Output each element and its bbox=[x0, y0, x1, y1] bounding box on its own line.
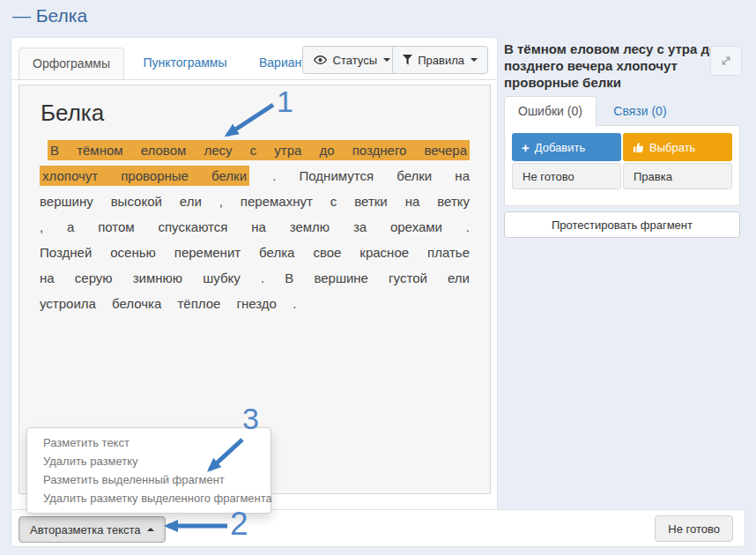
caret-down-icon bbox=[471, 58, 478, 62]
test-fragment-button[interactable]: Протестировать фрагмент bbox=[504, 211, 740, 238]
tab-orthograms[interactable]: Орфограммы bbox=[19, 48, 124, 79]
document-text: В тёмном еловом лесу с утра до позднего … bbox=[40, 137, 470, 316]
app-root: — Белка Орфограммы Пунктограммы Варианты… bbox=[0, 0, 756, 555]
plus-icon: + bbox=[522, 142, 530, 153]
rules-dropdown-button[interactable]: Правила bbox=[392, 46, 488, 74]
expand-icon bbox=[720, 55, 732, 67]
add-button[interactable]: + Добавить bbox=[512, 133, 621, 161]
automarkup-dropdown-button[interactable]: Авторазметка текста bbox=[19, 516, 166, 543]
add-button-label: Добавить bbox=[535, 141, 585, 154]
select-button[interactable]: Выбрать bbox=[623, 133, 732, 161]
select-button-label: Выбрать bbox=[649, 141, 695, 154]
footer-not-ready-button[interactable]: Не готово bbox=[655, 515, 733, 542]
caret-up-icon bbox=[147, 528, 154, 531]
automarkup-button-label: Авторазметка текста bbox=[30, 523, 141, 536]
statuses-dropdown-button[interactable]: Статусы bbox=[302, 46, 401, 74]
tab-punctograms[interactable]: Пунктограммы bbox=[130, 48, 240, 78]
side-tabbar: Ошибки (0) Связи (0) bbox=[504, 96, 680, 127]
menu-item-markup-selected-fragment[interactable]: Разметить выделенный фрагмент bbox=[27, 470, 271, 489]
fragment-title: В тёмном еловом лесу с утра до позднего … bbox=[504, 41, 744, 91]
tab-errors[interactable]: Ошибки (0) bbox=[504, 96, 597, 127]
not-ready-button-label: Не готово bbox=[523, 170, 574, 183]
eye-icon bbox=[313, 55, 328, 65]
errors-panel: + Добавить Выбрать Не готово Правка bbox=[504, 125, 740, 206]
automarkup-menu: Разметить текст Удалить разметку Размети… bbox=[26, 427, 271, 514]
statuses-button-label: Статусы bbox=[333, 54, 377, 67]
expand-button[interactable] bbox=[710, 46, 742, 76]
filter-funnel-icon bbox=[403, 55, 412, 65]
edit-button-label: Правка bbox=[634, 170, 672, 183]
edit-button[interactable]: Правка bbox=[623, 163, 732, 189]
menu-item-remove-markup[interactable]: Удалить разметку bbox=[27, 452, 271, 470]
main-tabbar: Орфограммы Пунктограммы Варианты Статусы… bbox=[11, 38, 497, 80]
caret-down-icon bbox=[383, 58, 390, 62]
tab-links[interactable]: Связи (0) bbox=[600, 97, 679, 125]
not-ready-button[interactable]: Не готово bbox=[512, 163, 621, 189]
page-title: — Белка bbox=[12, 5, 87, 26]
rules-button-label: Правила bbox=[418, 54, 464, 67]
menu-item-remove-markup-selected-fragment[interactable]: Удалить разметку выделенного фрагмента bbox=[27, 489, 271, 507]
thumbs-up-icon bbox=[633, 142, 644, 153]
footer-bar: Авторазметка текста Не готово bbox=[11, 509, 745, 547]
menu-item-markup-text[interactable]: Разметить текст bbox=[27, 433, 271, 452]
document-heading: Белка bbox=[41, 100, 490, 127]
document-rest-text: . Поднимутся белки на вершину высокой ел… bbox=[40, 168, 470, 311]
